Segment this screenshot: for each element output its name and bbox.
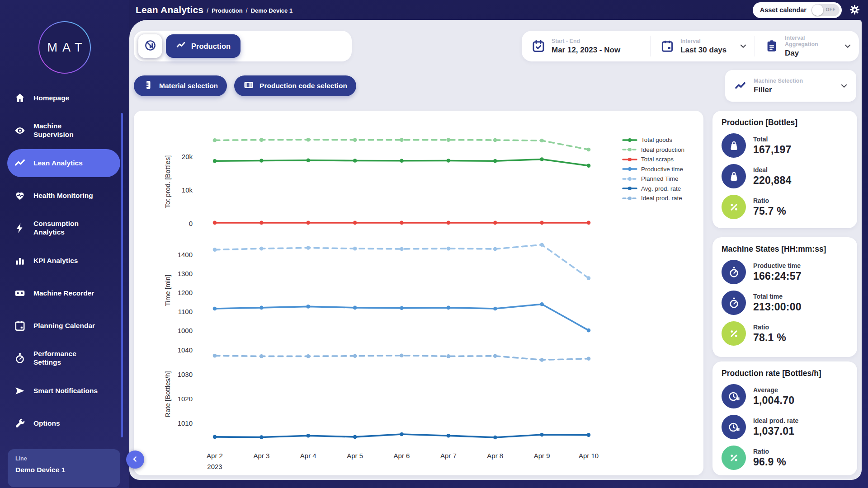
chart-point-total-goods: [400, 159, 404, 163]
stat-value: 96.9 %: [753, 456, 786, 468]
chart-point-ideal-production: [353, 138, 357, 142]
stopwatch-icon: [14, 352, 26, 364]
chart-point-total-scraps: [259, 221, 264, 225]
chart-tot-prod-bottles: Tot prod. [Bottles]010k20k: [134, 129, 703, 237]
filter-bar: Start - EndMar 12, 2023 - NowIntervalLas…: [522, 31, 859, 61]
x-tick-label: Apr 10: [579, 452, 599, 460]
sidebar-item-label: Machine Supervision: [33, 122, 104, 139]
filter-interval-aggregation[interactable]: Interval AggregationDay: [755, 36, 859, 56]
chart-rate-bottles-h: Rate [Bottles/h]1010102010301040Apr 2202…: [134, 343, 703, 475]
chart-point-ideal-production: [213, 138, 217, 142]
eye-icon: [14, 125, 26, 136]
y-tick-label: 1030: [178, 371, 193, 378]
production-view-button[interactable]: Production: [166, 34, 241, 58]
calendar-check-icon: [532, 39, 545, 53]
chart-point-productive-time: [400, 306, 404, 310]
percent-icon: [722, 446, 746, 470]
stat-label: Ratio: [753, 448, 786, 455]
chart-point-productive-time: [259, 306, 264, 310]
chart-point-total-goods: [493, 159, 497, 163]
sidebar-scrollbar[interactable]: [121, 113, 123, 437]
heart-pulse-icon: [14, 190, 26, 202]
stopwatch-icon: [722, 291, 746, 315]
sidebar-item-machine-recorder[interactable]: Machine Recorder: [7, 279, 120, 307]
x-tick-sublabel: 2023: [207, 463, 222, 470]
settings-button[interactable]: [848, 4, 861, 16]
gear-icon: [849, 10, 861, 17]
y-tick-label: 1200: [178, 289, 193, 296]
filter-interval[interactable]: IntervalLast 30 days: [650, 36, 755, 56]
sidebar-item-options[interactable]: Options: [7, 409, 120, 437]
sidebar-item-kpi-analytics[interactable]: KPI Analytics: [7, 247, 120, 275]
y-tick-label: 1040: [178, 346, 193, 354]
chart-time-min: Time [min]10001100120013001400: [134, 239, 703, 346]
sidebar-item-lean-analytics[interactable]: Lean Analytics: [7, 149, 120, 177]
stat-row-ideal: Ideal220,884: [712, 161, 857, 192]
filter-start-end[interactable]: Start - EndMar 12, 2023 - Now: [522, 36, 650, 56]
toggle-knob: [812, 5, 823, 16]
chart-point-total-goods: [540, 157, 544, 161]
chart-point-avg-prod-rate: [587, 433, 591, 437]
stat-value: 167,197: [753, 144, 792, 156]
chart-point-total-scraps: [306, 221, 310, 225]
weight-icon: [722, 164, 746, 188]
app-logo-text: MAT: [39, 22, 90, 73]
chart-point-productive-time: [213, 307, 217, 311]
chart-point-total-scraps: [493, 221, 497, 225]
stat-row-ideal-prod-rate: Ideal prod. rate1,037.01: [712, 412, 857, 442]
device-selector[interactable]: Line Demo Device 1: [8, 449, 120, 487]
toggle-off-icon[interactable]: OFF: [811, 4, 840, 16]
chart-point-productive-time: [353, 306, 357, 310]
stat-value: 213:00:00: [753, 301, 802, 313]
chart-point-total-scraps: [587, 221, 591, 225]
sidebar-item-label: Consumption Analytics: [33, 220, 104, 237]
breadcrumb-production[interactable]: Production: [212, 7, 243, 14]
barcode-icon: [243, 80, 254, 92]
asset-calendar-toggle[interactable]: Asset calendar OFF: [753, 2, 842, 18]
chart-point-ideal-prod-rate: [587, 357, 591, 361]
stat-row-total: Total167,197: [712, 130, 857, 161]
chart-point-planned-time: [400, 247, 404, 251]
chart-slash-icon: [144, 39, 156, 53]
stat-label: Total: [753, 136, 792, 143]
machine-selection-dropdown[interactable]: Machine Selection Filler: [725, 70, 856, 102]
sidebar-item-health-monitoring[interactable]: Health Monitoring: [7, 182, 120, 210]
sidebar-nav: HomepageMachine SupervisionLean Analytic…: [7, 84, 120, 442]
chart-point-avg-prod-rate: [259, 435, 264, 439]
sidebar-item-performance-settings[interactable]: Performance Settings: [7, 344, 120, 372]
chart-point-ideal-prod-rate: [493, 354, 497, 358]
y-tick-label: 1010: [178, 419, 193, 427]
no-production-view-button[interactable]: [138, 34, 162, 58]
stat-value: 220,884: [753, 174, 792, 187]
chart-point-planned-time: [213, 248, 217, 252]
sidebar-item-consumption-analytics[interactable]: Consumption Analytics: [7, 214, 120, 242]
sidebar-item-machine-supervision[interactable]: Machine Supervision: [7, 117, 120, 145]
sidebar-item-smart-notifications[interactable]: Smart Notifications: [7, 377, 120, 405]
chart-point-productive-time: [493, 307, 497, 311]
trend-icon: [14, 157, 26, 169]
breadcrumb-device[interactable]: Demo Device 1: [251, 7, 293, 14]
chart-point-total-scraps: [540, 221, 544, 225]
recorder-icon: [14, 287, 26, 299]
chart-point-total-goods: [213, 159, 217, 163]
material-selection-button[interactable]: Material selection: [134, 75, 227, 96]
sidebar-item-planning-calendar[interactable]: Planning Calendar: [7, 312, 120, 340]
send-icon: [14, 385, 26, 397]
sidebar-item-label: Performance Settings: [33, 350, 104, 367]
chart-point-avg-prod-rate: [306, 434, 310, 438]
production-code-selection-button[interactable]: Production code selection: [234, 75, 356, 96]
stopwatch-icon: [722, 260, 746, 284]
x-tick-label: Apr 4: [300, 452, 316, 460]
chart-point-total-goods: [587, 164, 591, 168]
bar-chart-icon: [14, 255, 26, 267]
sidebar-item-homepage[interactable]: Homepage: [7, 84, 120, 112]
clock-pause-icon: [722, 415, 746, 439]
stat-row-total-time: Total time213:00:00: [712, 287, 857, 318]
toggle-state-label: OFF: [826, 7, 836, 12]
chart-point-productive-time: [587, 328, 591, 333]
stat-value: 166:24:57: [753, 270, 802, 282]
chart-point-total-goods: [259, 159, 264, 163]
sidebar-collapse-button[interactable]: [126, 450, 144, 469]
filter-value: Last 30 days: [680, 46, 726, 55]
stat-row-productive-time: Productive time166:24:57: [712, 257, 857, 287]
